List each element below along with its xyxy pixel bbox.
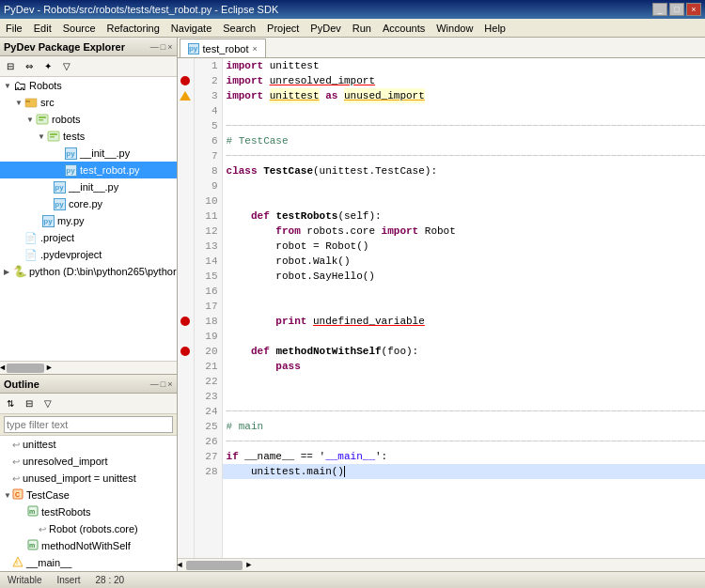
menu-window[interactable]: Window: [431, 21, 478, 36]
menu-project[interactable]: Project: [261, 21, 305, 36]
menu-navigate[interactable]: Navigate: [165, 21, 217, 36]
svg-rect-0: [25, 99, 37, 107]
maximize-button[interactable]: □: [669, 3, 684, 16]
outline-header-icons[interactable]: — □ ×: [150, 379, 173, 389]
svg-rect-1: [25, 101, 30, 102]
outline-item-methodnotwithself[interactable]: m methodNotWithSelf: [0, 537, 177, 554]
close-button[interactable]: ×: [686, 3, 701, 16]
tree-item-init-tests[interactable]: py __init__.py: [0, 145, 177, 162]
link-editor-button[interactable]: ⇔: [21, 58, 38, 75]
outline-tree[interactable]: ↩ unittest ↩ unresolved_import ↩ unused_…: [0, 436, 177, 571]
tree-item-pydevproject[interactable]: 📄 .pydevproject: [0, 246, 177, 263]
tree-item-project[interactable]: 📄 .project: [0, 229, 177, 246]
line-num-16: 16: [195, 284, 218, 299]
outline-item-testcase[interactable]: ▼ C TestCase: [0, 487, 177, 503]
marker-17: [178, 299, 194, 314]
tab-close-button[interactable]: ×: [252, 44, 257, 54]
package-explorer-tree[interactable]: ▼ 🗂 Robots ▼ src ▼ robots: [0, 77, 177, 361]
line-num-22: 22: [195, 374, 218, 389]
code-line-2: import unresolved_import: [223, 73, 705, 88]
panel-close-icon[interactable]: ×: [167, 42, 172, 52]
code-line-9: [223, 178, 705, 193]
hscroll-left-btn[interactable]: ◄: [178, 561, 182, 570]
hscroll-thumb-left[interactable]: [7, 364, 44, 373]
editor-tab-test-robot[interactable]: py test_robot ×: [180, 39, 266, 57]
outline-menu-button[interactable]: ▽: [39, 395, 56, 412]
tree-item-init-robots[interactable]: py __init__.py: [0, 178, 177, 195]
line-num-7: 7: [195, 148, 218, 163]
line-num-6: 6: [195, 133, 218, 148]
panel-minimize-icon[interactable]: —: [150, 42, 159, 52]
line-num-20: 20: [195, 344, 218, 359]
outline-item-unused[interactable]: ↩ unused_import = unittest: [0, 470, 177, 487]
scroll-left-btn[interactable]: ◄: [0, 364, 5, 373]
tree-item-tests[interactable]: ▼ tests: [0, 128, 177, 145]
line-num-12: 12: [195, 224, 218, 239]
outline-item-main[interactable]: ! __main__: [0, 554, 177, 571]
code-line-1: import unittest: [223, 58, 705, 73]
editor-hscrollbar[interactable]: ◄ ►: [178, 558, 705, 571]
editor-area: 1 2 3 4 5 6 7 8 9 10 11 12 13 14 15 16 1…: [178, 58, 705, 558]
new-button[interactable]: ✦: [39, 58, 56, 75]
line-num-15: 15: [195, 269, 218, 284]
outline-item-testrobots[interactable]: m testRobots: [0, 503, 177, 520]
code-line-7: ────────────────────────────────────────…: [223, 148, 705, 163]
outline-maximize-icon[interactable]: □: [161, 379, 165, 389]
tree-item-python[interactable]: ▶ 🐍 python (D:\bin\python265\pythor: [0, 263, 177, 280]
menu-edit[interactable]: Edit: [28, 21, 57, 36]
line-num-27: 27: [195, 449, 218, 464]
outline-item-unresolved[interactable]: ↩ unresolved_import: [0, 453, 177, 470]
menu-search[interactable]: Search: [217, 21, 261, 36]
left-panel-scrollbar[interactable]: ◄ ►: [0, 361, 177, 374]
marker-18: [178, 314, 194, 329]
outline-panel: Outline — □ × ⇅ ⊟ ▽ ↩: [0, 374, 177, 571]
outline-minimize-icon[interactable]: —: [150, 379, 159, 389]
line-numbers: 1 2 3 4 5 6 7 8 9 10 11 12 13 14 15 16 1…: [195, 58, 223, 558]
hscroll-right-btn[interactable]: ►: [246, 561, 251, 570]
menu-accounts[interactable]: Accounts: [377, 21, 431, 36]
outline-item-robot-import[interactable]: ↩ Robot (robots.core): [0, 520, 177, 537]
tree-label-src: src: [40, 97, 55, 108]
marker-19: [178, 329, 194, 344]
menu-pydev[interactable]: PyDev: [305, 21, 346, 36]
tree-item-robots-pkg[interactable]: ▼ robots: [0, 111, 177, 128]
filter-box[interactable]: [0, 414, 177, 436]
code-content[interactable]: import unittest import unresolved_import…: [223, 58, 705, 558]
panel-header-icons[interactable]: — □ ×: [150, 42, 173, 52]
tree-item-my[interactable]: py my.py: [0, 212, 177, 229]
code-line-8: class TestCase(unittest.TestCase):: [223, 163, 705, 178]
code-line-18: print undefined_variable: [223, 314, 705, 329]
line-num-21: 21: [195, 359, 218, 374]
window-controls[interactable]: _ □ ×: [652, 3, 701, 16]
outline-item-unittest[interactable]: ↩ unittest: [0, 436, 177, 453]
outline-close-icon[interactable]: ×: [167, 379, 172, 389]
collapse-outline-button[interactable]: ⊟: [21, 395, 38, 412]
hscroll-thumb-editor[interactable]: [186, 561, 243, 570]
code-line-28: unittest.main(): [223, 464, 705, 479]
code-line-5: ────────────────────────────────────────…: [223, 118, 705, 133]
menu-source[interactable]: Source: [57, 21, 102, 36]
tree-item-core[interactable]: py core.py: [0, 195, 177, 212]
sort-button[interactable]: ⇅: [2, 395, 19, 412]
menu-file[interactable]: File: [0, 21, 28, 36]
panel-maximize-icon[interactable]: □: [161, 42, 165, 52]
tree-item-src[interactable]: ▼ src: [0, 94, 177, 111]
tree-item-robots[interactable]: ▼ 🗂 Robots: [0, 77, 177, 94]
svg-marker-14: [13, 557, 23, 566]
filter-input[interactable]: [4, 416, 173, 433]
collapse-all-button[interactable]: ⊟: [2, 58, 19, 75]
tree-item-test-robot[interactable]: py test_robot.py: [0, 162, 177, 178]
import-icon-unittest: ↩: [12, 440, 20, 450]
code-line-14: robot.Walk(): [223, 254, 705, 269]
menu-refactoring[interactable]: Refactoring: [102, 21, 165, 36]
tree-label-my: my.py: [57, 215, 85, 226]
minimize-button[interactable]: _: [652, 3, 667, 16]
status-bar: Writable Insert 28 : 20: [0, 571, 705, 588]
scroll-right-btn[interactable]: ►: [46, 364, 51, 373]
menu-run[interactable]: Run: [347, 21, 377, 36]
outline-label-testcase: TestCase: [26, 489, 70, 501]
error-marker-2: [180, 76, 190, 85]
menu-help[interactable]: Help: [478, 21, 511, 36]
menu-button[interactable]: ▽: [58, 58, 75, 75]
class-icon-testcase: C: [12, 488, 24, 502]
